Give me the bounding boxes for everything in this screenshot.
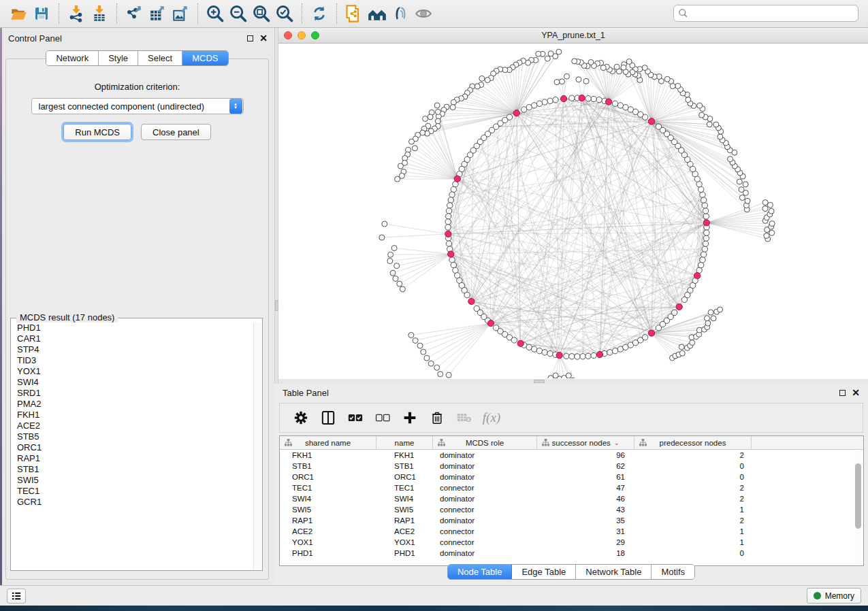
table-row[interactable]: TEC1TEC1connector472 <box>280 482 863 493</box>
show-hide-eye-button[interactable] <box>412 3 435 24</box>
tab-motifs[interactable]: Motifs <box>652 565 694 579</box>
export-network-button[interactable] <box>123 3 146 24</box>
select-all-button[interactable] <box>345 408 366 428</box>
mcds-list-item[interactable]: STB5 <box>17 431 253 442</box>
mcds-list-item[interactable]: SRD1 <box>17 388 253 399</box>
mcds-list-item[interactable]: STB1 <box>17 464 253 475</box>
zoom-selected-button[interactable] <box>273 3 296 24</box>
table-body: FKH1FKH1dominator962STB1STB1dominator620… <box>280 450 863 559</box>
criterion-dropdown[interactable]: largest connected component (undirected)… <box>31 98 244 114</box>
mcds-list-item[interactable]: ORC1 <box>17 442 253 453</box>
table-row[interactable]: RAP1RAP1dominator352 <box>280 515 863 526</box>
column-header-predecessor-nodes[interactable]: predecessor nodes <box>634 436 752 449</box>
table-row[interactable]: SWI4SWI4dominator462 <box>280 493 863 504</box>
column-header-name[interactable]: name <box>376 436 433 449</box>
table-cell: 31 <box>537 526 634 537</box>
mcds-tab-content: Optimization criterion: largest connecte… <box>5 59 269 580</box>
mcds-list-item[interactable]: CAR1 <box>17 333 253 344</box>
column-header-MCDS-role[interactable]: MCDS role <box>433 436 537 449</box>
toolbar-search <box>673 5 858 22</box>
close-panel-icon[interactable]: ✕ <box>259 35 268 42</box>
table-row[interactable]: STB1STB1dominator620 <box>280 461 863 472</box>
import-table-button[interactable] <box>88 3 111 24</box>
tab-edge-table[interactable]: Edge Table <box>512 565 576 579</box>
toolbar-separator <box>197 3 198 24</box>
mcds-list-item[interactable]: FKH1 <box>17 410 253 420</box>
table-row[interactable]: FKH1FKH1dominator962 <box>280 450 863 461</box>
network-canvas[interactable] <box>278 44 867 378</box>
delete-column-button[interactable] <box>427 408 447 428</box>
mcds-list-item[interactable]: YOX1 <box>17 366 253 377</box>
network-graph-svg[interactable] <box>278 44 867 378</box>
graphics-details-button[interactable] <box>389 3 412 24</box>
memory-status-icon <box>814 592 821 599</box>
table-row[interactable]: SWI5SWI5connector431 <box>280 504 863 515</box>
close-panel-button[interactable]: Close panel <box>141 124 211 140</box>
tab-node-table[interactable]: Node Table <box>448 565 513 579</box>
float-panel-icon[interactable] <box>247 35 253 42</box>
tab-network-table[interactable]: Network Table <box>576 565 652 579</box>
table-row[interactable]: PHD1PHD1dominator180 <box>280 548 863 559</box>
network-overview-button[interactable] <box>366 3 389 24</box>
tab-select[interactable]: Select <box>138 51 182 65</box>
table-panel-titlebar: Table Panel ✕ <box>274 384 868 400</box>
mcds-list-item[interactable]: TID3 <box>17 355 253 366</box>
mcds-list-item[interactable]: PHD1 <box>17 323 253 333</box>
refresh-button[interactable] <box>308 3 331 24</box>
horizontal-splitter[interactable] <box>278 379 868 384</box>
mcds-list-scrollbar[interactable] <box>253 323 261 569</box>
memory-button[interactable]: Memory <box>807 588 861 604</box>
deselect-all-button[interactable] <box>372 408 393 428</box>
zoom-in-button[interactable] <box>204 3 227 24</box>
column-header-successor-nodes[interactable]: successor nodes⌄ <box>537 436 634 449</box>
table-scrollbar[interactable] <box>854 451 862 565</box>
table-scrollbar-thumb[interactable] <box>855 463 861 529</box>
network-window-title: YPA_prune.txt_1 <box>278 31 868 40</box>
mcds-list-item[interactable]: SWI4 <box>17 377 253 388</box>
mcds-list-item[interactable]: PMA2 <box>17 399 253 410</box>
mcds-result-list[interactable]: PHD1CAR1STP4TID3YOX1SWI4SRD1PMA2FKH1ACE2… <box>12 323 253 569</box>
tab-style[interactable]: Style <box>99 51 138 65</box>
unchecked-boxes-icon <box>375 413 390 423</box>
table-cell: 0 <box>634 472 752 482</box>
share-document-button[interactable] <box>342 3 366 24</box>
export-image-button[interactable] <box>169 3 192 24</box>
mcds-list-item[interactable]: TEC1 <box>17 486 253 497</box>
tab-mcds[interactable]: MCDS <box>182 51 227 65</box>
network-window-titlebar[interactable]: YPA_prune.txt_1 <box>278 28 868 44</box>
task-history-button[interactable] <box>7 589 26 604</box>
table-row[interactable]: ORC1ORC1dominator610 <box>280 472 863 482</box>
float-panel-icon[interactable] <box>839 390 846 396</box>
zoom-fit-button[interactable] <box>250 3 273 24</box>
table-settings-button[interactable] <box>291 408 311 428</box>
import-network-button[interactable] <box>65 3 88 24</box>
table-cell: SWI5 <box>280 504 376 515</box>
show-column-button[interactable] <box>318 408 338 428</box>
add-column-button[interactable] <box>400 408 420 428</box>
table-cell: dominator <box>433 450 537 461</box>
mcds-list-item[interactable]: GCR1 <box>17 497 253 508</box>
table-cell: 18 <box>537 548 634 559</box>
mcds-list-item[interactable]: STP4 <box>17 344 253 355</box>
mcds-list-item[interactable]: RAP1 <box>17 453 253 464</box>
table-tabs: Node Table Edge Table Network Table Moti… <box>274 564 868 580</box>
status-bar: Memory <box>0 585 868 606</box>
column-header-shared-name[interactable]: shared name <box>280 436 376 449</box>
search-input[interactable] <box>688 7 858 20</box>
save-session-button[interactable] <box>30 3 53 24</box>
table-row[interactable]: YOX1YOX1connector291 <box>280 537 863 548</box>
table-cell: dominator <box>433 472 537 482</box>
open-file-button[interactable] <box>7 3 30 24</box>
table-row[interactable]: ACE2ACE2connector311 <box>280 526 863 537</box>
table-cell: 46 <box>537 493 634 504</box>
tab-network[interactable]: Network <box>46 51 99 65</box>
mcds-result-groupbox: MCDS result (17 nodes) PHD1CAR1STP4TID3Y… <box>10 318 263 571</box>
export-table-button[interactable] <box>146 3 169 24</box>
close-panel-icon[interactable]: ✕ <box>852 389 860 396</box>
zoom-out-button[interactable] <box>227 3 250 24</box>
mcds-list-item[interactable]: SWI5 <box>17 475 253 486</box>
table-cell: FKH1 <box>376 450 433 461</box>
hierarchy-icon <box>438 439 445 446</box>
run-mcds-button[interactable]: Run MCDS <box>63 124 131 140</box>
mcds-list-item[interactable]: ACE2 <box>17 420 253 431</box>
